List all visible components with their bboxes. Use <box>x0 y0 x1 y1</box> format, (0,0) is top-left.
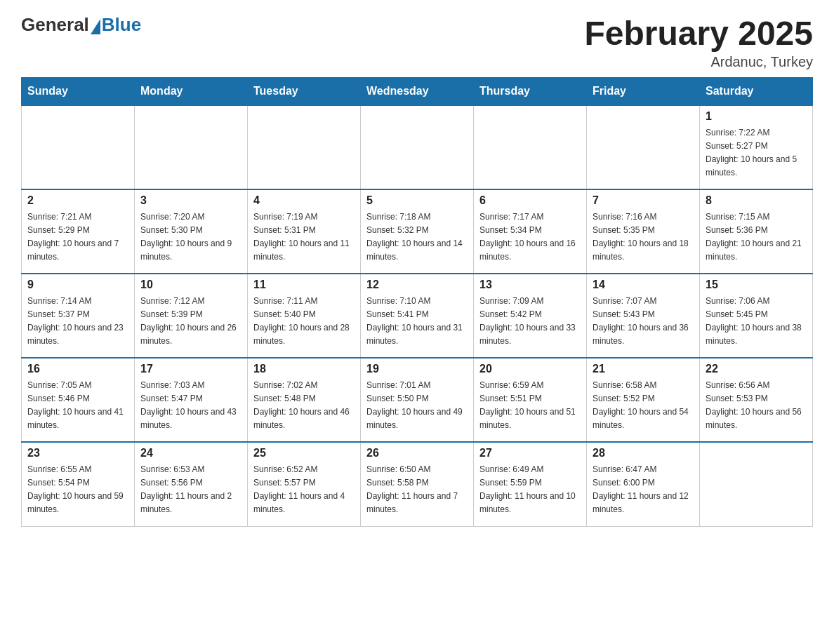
day-number: 11 <box>253 279 355 291</box>
day-info: Sunrise: 6:56 AM Sunset: 5:53 PM Dayligh… <box>706 380 802 430</box>
day-info: Sunrise: 6:58 AM Sunset: 5:52 PM Dayligh… <box>593 380 689 430</box>
calendar-cell: 26Sunrise: 6:50 AM Sunset: 5:58 PM Dayli… <box>361 442 474 526</box>
day-number: 12 <box>366 279 468 291</box>
day-number: 23 <box>27 447 128 459</box>
day-info: Sunrise: 7:01 AM Sunset: 5:50 PM Dayligh… <box>366 380 463 430</box>
calendar-cell: 19Sunrise: 7:01 AM Sunset: 5:50 PM Dayli… <box>361 358 474 442</box>
calendar-cell: 13Sunrise: 7:09 AM Sunset: 5:42 PM Dayli… <box>474 274 587 358</box>
calendar-table: SundayMondayTuesdayWednesdayThursdayFrid… <box>21 77 813 527</box>
day-info: Sunrise: 7:12 AM Sunset: 5:39 PM Dayligh… <box>140 296 237 346</box>
calendar-cell <box>700 442 813 526</box>
logo: General Blue <box>21 14 141 36</box>
day-number: 28 <box>593 447 694 459</box>
day-info: Sunrise: 7:16 AM Sunset: 5:35 PM Dayligh… <box>593 212 689 262</box>
calendar-cell <box>22 105 135 189</box>
day-number: 3 <box>140 194 241 207</box>
calendar-cell <box>361 105 474 189</box>
day-number: 4 <box>253 194 355 207</box>
day-number: 7 <box>593 194 694 207</box>
calendar-cell: 3Sunrise: 7:20 AM Sunset: 5:30 PM Daylig… <box>135 189 248 274</box>
calendar-cell: 4Sunrise: 7:19 AM Sunset: 5:31 PM Daylig… <box>248 189 361 274</box>
logo-general-text: General <box>21 14 89 36</box>
calendar-cell: 16Sunrise: 7:05 AM Sunset: 5:46 PM Dayli… <box>22 358 135 442</box>
day-info: Sunrise: 7:02 AM Sunset: 5:48 PM Dayligh… <box>253 380 350 430</box>
day-number: 8 <box>706 194 807 207</box>
calendar-cell <box>135 105 248 189</box>
weekday-header-saturday: Saturday <box>700 78 813 106</box>
calendar-cell: 14Sunrise: 7:07 AM Sunset: 5:43 PM Dayli… <box>587 274 700 358</box>
day-number: 16 <box>27 363 128 375</box>
weekday-header-row: SundayMondayTuesdayWednesdayThursdayFrid… <box>22 78 813 106</box>
day-info: Sunrise: 7:10 AM Sunset: 5:41 PM Dayligh… <box>366 296 463 346</box>
day-info: Sunrise: 7:07 AM Sunset: 5:43 PM Dayligh… <box>593 296 689 346</box>
day-number: 2 <box>27 194 128 207</box>
day-number: 1 <box>706 110 807 123</box>
month-title: February 2025 <box>584 14 813 53</box>
day-number: 15 <box>706 279 807 291</box>
day-number: 25 <box>253 447 355 459</box>
page-header: General Blue February 2025 Ardanuc, Turk… <box>21 14 813 70</box>
week-row-1: 1Sunrise: 7:22 AM Sunset: 5:27 PM Daylig… <box>22 105 813 189</box>
calendar-cell: 2Sunrise: 7:21 AM Sunset: 5:29 PM Daylig… <box>22 189 135 274</box>
calendar-cell: 11Sunrise: 7:11 AM Sunset: 5:40 PM Dayli… <box>248 274 361 358</box>
logo-icon <box>91 19 100 34</box>
weekday-header-thursday: Thursday <box>474 78 587 106</box>
calendar-cell: 24Sunrise: 6:53 AM Sunset: 5:56 PM Dayli… <box>135 442 248 526</box>
calendar-cell <box>587 105 700 189</box>
day-info: Sunrise: 7:03 AM Sunset: 5:47 PM Dayligh… <box>140 380 237 430</box>
day-info: Sunrise: 6:50 AM Sunset: 5:58 PM Dayligh… <box>366 464 458 514</box>
day-info: Sunrise: 7:15 AM Sunset: 5:36 PM Dayligh… <box>706 212 802 262</box>
day-info: Sunrise: 7:17 AM Sunset: 5:34 PM Dayligh… <box>479 212 576 262</box>
day-number: 24 <box>140 447 241 459</box>
day-info: Sunrise: 6:49 AM Sunset: 5:59 PM Dayligh… <box>479 464 576 514</box>
calendar-cell: 17Sunrise: 7:03 AM Sunset: 5:47 PM Dayli… <box>135 358 248 442</box>
day-info: Sunrise: 7:05 AM Sunset: 5:46 PM Dayligh… <box>27 380 124 430</box>
day-number: 20 <box>479 363 581 375</box>
calendar-cell: 22Sunrise: 6:56 AM Sunset: 5:53 PM Dayli… <box>700 358 813 442</box>
calendar-cell: 27Sunrise: 6:49 AM Sunset: 5:59 PM Dayli… <box>474 442 587 526</box>
day-number: 21 <box>593 363 694 375</box>
day-info: Sunrise: 7:22 AM Sunset: 5:27 PM Dayligh… <box>706 128 797 177</box>
day-info: Sunrise: 7:20 AM Sunset: 5:30 PM Dayligh… <box>140 212 232 262</box>
calendar-cell: 6Sunrise: 7:17 AM Sunset: 5:34 PM Daylig… <box>474 189 587 274</box>
day-info: Sunrise: 7:19 AM Sunset: 5:31 PM Dayligh… <box>253 212 350 262</box>
day-info: Sunrise: 7:21 AM Sunset: 5:29 PM Dayligh… <box>27 212 119 262</box>
calendar-cell: 1Sunrise: 7:22 AM Sunset: 5:27 PM Daylig… <box>700 105 813 189</box>
day-number: 14 <box>593 279 694 291</box>
day-number: 18 <box>253 363 355 375</box>
calendar-cell: 12Sunrise: 7:10 AM Sunset: 5:41 PM Dayli… <box>361 274 474 358</box>
calendar-cell: 7Sunrise: 7:16 AM Sunset: 5:35 PM Daylig… <box>587 189 700 274</box>
calendar-cell <box>248 105 361 189</box>
day-info: Sunrise: 7:11 AM Sunset: 5:40 PM Dayligh… <box>253 296 350 346</box>
day-info: Sunrise: 7:06 AM Sunset: 5:45 PM Dayligh… <box>706 296 802 346</box>
calendar-cell: 21Sunrise: 6:58 AM Sunset: 5:52 PM Dayli… <box>587 358 700 442</box>
calendar-cell: 10Sunrise: 7:12 AM Sunset: 5:39 PM Dayli… <box>135 274 248 358</box>
calendar-cell: 5Sunrise: 7:18 AM Sunset: 5:32 PM Daylig… <box>361 189 474 274</box>
day-info: Sunrise: 6:47 AM Sunset: 6:00 PM Dayligh… <box>593 464 689 514</box>
logo-blue-text: Blue <box>102 14 141 36</box>
calendar-cell: 9Sunrise: 7:14 AM Sunset: 5:37 PM Daylig… <box>22 274 135 358</box>
day-number: 27 <box>479 447 581 459</box>
day-info: Sunrise: 6:55 AM Sunset: 5:54 PM Dayligh… <box>27 464 124 514</box>
week-row-3: 9Sunrise: 7:14 AM Sunset: 5:37 PM Daylig… <box>22 274 813 358</box>
day-number: 22 <box>706 363 807 375</box>
calendar-cell: 28Sunrise: 6:47 AM Sunset: 6:00 PM Dayli… <box>587 442 700 526</box>
day-number: 6 <box>479 194 581 207</box>
weekday-header-friday: Friday <box>587 78 700 106</box>
day-info: Sunrise: 7:18 AM Sunset: 5:32 PM Dayligh… <box>366 212 463 262</box>
day-number: 17 <box>140 363 241 375</box>
day-info: Sunrise: 7:14 AM Sunset: 5:37 PM Dayligh… <box>27 296 124 346</box>
week-row-5: 23Sunrise: 6:55 AM Sunset: 5:54 PM Dayli… <box>22 442 813 526</box>
day-info: Sunrise: 6:53 AM Sunset: 5:56 PM Dayligh… <box>140 464 232 514</box>
day-number: 19 <box>366 363 468 375</box>
title-section: February 2025 Ardanuc, Turkey <box>584 14 813 70</box>
weekday-header-monday: Monday <box>135 78 248 106</box>
day-number: 10 <box>140 279 241 291</box>
calendar-cell: 23Sunrise: 6:55 AM Sunset: 5:54 PM Dayli… <box>22 442 135 526</box>
day-number: 13 <box>479 279 581 291</box>
location-title: Ardanuc, Turkey <box>584 54 813 70</box>
weekday-header-wednesday: Wednesday <box>361 78 474 106</box>
day-info: Sunrise: 6:52 AM Sunset: 5:57 PM Dayligh… <box>253 464 345 514</box>
calendar-cell: 15Sunrise: 7:06 AM Sunset: 5:45 PM Dayli… <box>700 274 813 358</box>
week-row-2: 2Sunrise: 7:21 AM Sunset: 5:29 PM Daylig… <box>22 189 813 274</box>
